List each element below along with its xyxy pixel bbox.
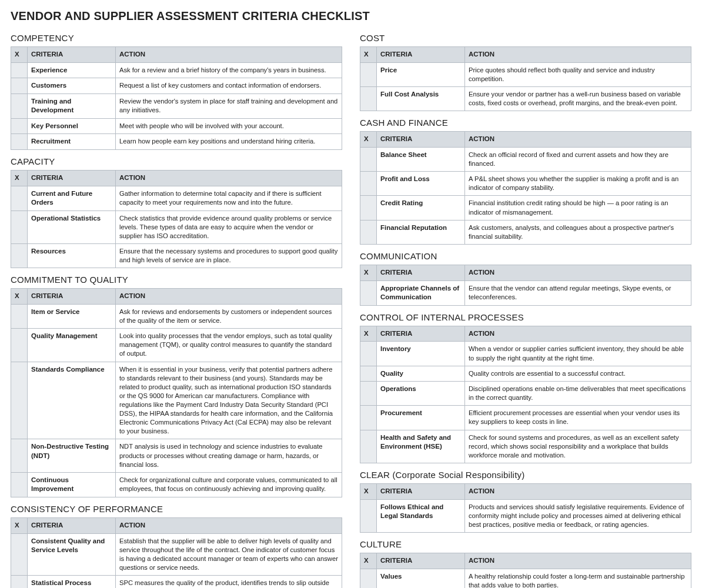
action-cell: Efficient procurement processes are esse… [465, 406, 691, 430]
action-cell: Check for sound systems and procedures, … [465, 430, 691, 463]
criteria-cell: Current and Future Orders [28, 186, 116, 211]
header-action: ACTION [116, 518, 342, 534]
criteria-table: XCRITERIAACTIONBalance SheetCheck an off… [360, 131, 691, 244]
table-row: Item or ServiceAsk for reviews and endor… [11, 304, 342, 328]
check-cell[interactable] [360, 147, 377, 171]
criteria-cell: Health and Safety and Environment (HSE) [377, 430, 465, 463]
table-row: ValuesA healthy relationship could foste… [360, 569, 691, 588]
table-row: QualityQuality controls are essential to… [360, 366, 691, 382]
header-criteria: CRITERIA [377, 484, 465, 500]
criteria-cell: Values [377, 569, 465, 588]
criteria-cell: Appropriate Channels of Communication [377, 280, 465, 305]
check-cell[interactable] [360, 569, 377, 588]
criteria-cell: Financial Reputation [377, 220, 465, 244]
check-cell[interactable] [11, 575, 28, 588]
header-x: X [11, 171, 28, 186]
action-cell: Ensure your vendor or partner has a well… [465, 86, 691, 111]
action-cell: Ask for reviews and endorsements by cust… [116, 304, 342, 328]
action-cell: Ensure that the vendor can attend regula… [465, 280, 691, 305]
check-cell[interactable] [360, 366, 377, 382]
criteria-table: XCRITERIAACTIONConsistent Quality and Se… [11, 517, 342, 588]
header-x: X [11, 518, 28, 534]
section-title: CONTROL OF INTERNAL PROCESSES [360, 312, 691, 323]
criteria-table: XCRITERIAACTIONPricePrice quotes should … [360, 46, 691, 111]
check-cell[interactable] [11, 439, 28, 472]
criteria-cell: Quality [377, 366, 465, 382]
check-cell[interactable] [11, 186, 28, 211]
header-criteria: CRITERIA [28, 47, 116, 63]
criteria-cell: Operational Statistics [28, 211, 116, 243]
criteria-cell: Follows Ethical and Legal Standards [377, 499, 465, 532]
check-cell[interactable] [11, 118, 28, 134]
criteria-cell: Price [377, 62, 465, 86]
criteria-cell: Profit and Loss [377, 172, 465, 196]
header-action: ACTION [465, 326, 691, 342]
table-row: ProcurementEfficient procurement process… [360, 406, 691, 430]
check-cell[interactable] [11, 362, 28, 439]
criteria-cell: Credit Rating [377, 196, 465, 220]
header-criteria: CRITERIA [377, 265, 465, 281]
criteria-cell: Non-Destructive Testing (NDT) [28, 439, 116, 472]
check-cell[interactable] [11, 329, 28, 362]
check-cell[interactable] [360, 62, 377, 86]
check-cell[interactable] [360, 342, 377, 366]
check-cell[interactable] [11, 533, 28, 575]
header-x: X [11, 47, 28, 63]
check-cell[interactable] [11, 62, 28, 78]
check-cell[interactable] [360, 196, 377, 220]
check-cell[interactable] [11, 211, 28, 243]
criteria-cell: Customers [28, 78, 116, 94]
header-action: ACTION [465, 265, 691, 281]
section-title: COMMITMENT TO QUALITY [11, 274, 342, 286]
criteria-table: XCRITERIAACTIONExperienceAsk for a revie… [11, 46, 342, 150]
criteria-table: XCRITERIAACTIONCurrent and Future Orders… [11, 170, 342, 268]
header-x: X [360, 47, 377, 63]
action-cell: SPC measures the quality of the product,… [116, 575, 342, 588]
table-row: Appropriate Channels of CommunicationEns… [360, 280, 691, 305]
table-row: Profit and LossA P&L sheet shows you whe… [360, 172, 691, 196]
header-action: ACTION [465, 132, 691, 148]
section-title: CASH AND FINANCE [360, 117, 691, 129]
check-cell[interactable] [11, 304, 28, 328]
check-cell[interactable] [360, 382, 377, 406]
check-cell[interactable] [360, 406, 377, 430]
section-title: CONSISTENCY OF PERFORMANCE [11, 503, 342, 515]
action-cell: Financial institution credit rating shou… [465, 196, 691, 220]
action-cell: Products and services should satisfy leg… [465, 499, 691, 532]
section-title: COST [360, 32, 691, 44]
criteria-cell: Quality Management [28, 329, 116, 362]
criteria-table: XCRITERIAACTIONAppropriate Channels of C… [360, 265, 691, 306]
check-cell[interactable] [360, 430, 377, 463]
action-cell: Ask for a review and a brief history of … [116, 62, 342, 78]
page-title: VENDOR AND SUPPLIER ASSESSMENT CRITERIA … [11, 8, 691, 24]
check-cell[interactable] [360, 499, 377, 532]
table-row: ExperienceAsk for a review and a brief h… [11, 62, 342, 78]
action-cell: Request a list of key customers and cont… [116, 78, 342, 94]
table-row: Continuous ImprovementCheck for organiza… [11, 472, 342, 497]
check-cell[interactable] [360, 86, 377, 111]
section-title: COMPETENCY [11, 32, 342, 44]
check-cell[interactable] [11, 134, 28, 150]
action-cell: A healthy relationship could foster a lo… [465, 569, 691, 588]
header-action: ACTION [465, 47, 691, 63]
header-criteria: CRITERIA [377, 47, 465, 63]
check-cell[interactable] [11, 472, 28, 497]
criteria-table: XCRITERIAACTIONItem or ServiceAsk for re… [11, 288, 342, 497]
header-x: X [360, 326, 377, 342]
column-right: COSTXCRITERIAACTIONPricePrice quotes sho… [360, 26, 691, 588]
check-cell[interactable] [360, 172, 377, 196]
action-cell: Quality controls are essential to a succ… [465, 366, 691, 382]
action-cell: When a vendor or supplier carries suffic… [465, 342, 691, 366]
action-cell: Learn how people earn key positions and … [116, 134, 342, 150]
action-cell: Check statistics that provide evidence a… [116, 211, 342, 243]
check-cell[interactable] [11, 78, 28, 94]
criteria-cell: Standards Compliance [28, 362, 116, 439]
action-cell: Check an official record of fixed and cu… [465, 147, 691, 171]
table-row: Statistical Process Control (SPC)SPC mea… [11, 575, 342, 588]
check-cell[interactable] [360, 220, 377, 244]
check-cell[interactable] [11, 93, 28, 118]
criteria-table: XCRITERIAACTIONInventoryWhen a vendor or… [360, 326, 691, 463]
criteria-cell: Continuous Improvement [28, 472, 116, 497]
check-cell[interactable] [360, 280, 377, 305]
check-cell[interactable] [11, 243, 28, 268]
